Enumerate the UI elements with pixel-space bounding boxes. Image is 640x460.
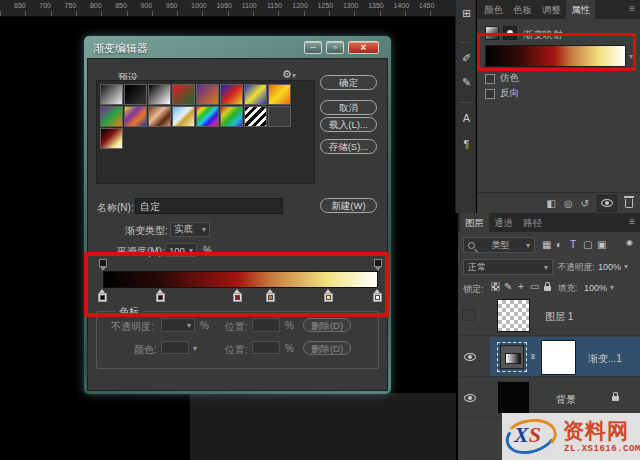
delete-color-stop-button[interactable]: 删除(D) <box>303 341 351 355</box>
chevron-down-icon[interactable]: ▾ <box>610 283 614 292</box>
stop-location-label: 位置: <box>225 320 248 334</box>
preset-swatch-spectrum[interactable] <box>196 106 219 127</box>
delete-opacity-stop-button[interactable]: 删除(D) <box>303 318 351 332</box>
filter-adjustment-icon[interactable]: ◐ <box>556 239 562 250</box>
layer-thumbnail[interactable] <box>497 299 530 332</box>
preset-swatch-chrome[interactable] <box>172 106 195 127</box>
preset-swatch-orange-yellow-orange[interactable] <box>268 84 291 105</box>
layer-thumbnail[interactable] <box>497 381 530 414</box>
filter-shape-icon[interactable]: ▢ <box>583 239 592 250</box>
layer-name[interactable]: 图层 1 <box>545 310 573 324</box>
preset-swatch-transparent-rainbow[interactable] <box>220 106 243 127</box>
preset-swatch-violet-orange[interactable] <box>196 84 219 105</box>
character-panel-icon[interactable]: A <box>456 112 477 124</box>
preset-swatch-noise-stripes[interactable] <box>244 106 267 127</box>
eye-icon[interactable] <box>464 353 476 361</box>
highlight-box-gradient-map-preview <box>477 33 636 71</box>
stop-opacity-label: 不透明度: <box>111 320 154 334</box>
stop-location-input[interactable] <box>252 318 280 332</box>
visibility-toggle[interactable] <box>597 195 617 212</box>
tab-color[interactable]: 颜色 <box>479 0 508 19</box>
reverse-checkbox[interactable] <box>485 89 495 99</box>
panel-menu-icon[interactable]: ≡ <box>629 3 635 14</box>
save-button[interactable]: 存储(S)... <box>320 139 377 154</box>
dither-checkbox[interactable] <box>485 74 495 84</box>
preset-swatch-violet-green-orange[interactable] <box>100 106 123 127</box>
new-button[interactable]: 新建(W) <box>320 198 377 213</box>
cancel-button[interactable]: 取消 <box>320 100 377 115</box>
layer-filter-kind[interactable]: 类型 ▾ <box>463 237 535 253</box>
layer-row-3-background[interactable]: 背景 <box>458 378 640 418</box>
lock-transparency-icon[interactable] <box>491 282 500 291</box>
close-button[interactable]: × <box>348 41 379 54</box>
tab-paths[interactable]: 路径 <box>518 213 547 232</box>
preset-swatch-fill <box>269 107 290 126</box>
filter-pin-icon[interactable]: ◉ <box>626 238 633 247</box>
tab-properties[interactable]: 属性 <box>566 0 595 19</box>
preset-swatch-red-green[interactable] <box>172 84 195 105</box>
percent-sign: % <box>285 320 294 331</box>
horizontal-ruler[interactable]: 6507007508008509009501000105011001150120… <box>0 0 456 17</box>
preset-swatch-yellow-violet-orange-blue[interactable] <box>124 106 147 127</box>
maximize-button[interactable]: ▫ <box>326 41 344 54</box>
paragraph-panel-icon[interactable]: ¶ <box>456 138 477 150</box>
preset-swatch-copper[interactable] <box>148 106 171 127</box>
opacity-value[interactable]: 100% <box>598 262 640 272</box>
brush-settings-panel-icon[interactable]: ✐ <box>456 52 477 65</box>
clip-to-layer-icon[interactable]: ◧ <box>546 198 555 209</box>
gradient-map-thumbnail[interactable] <box>500 345 524 369</box>
preset-swatch-foreground-to-transparent[interactable] <box>124 84 147 105</box>
tab-swatches[interactable]: 色板 <box>508 0 537 19</box>
lock-image-icon[interactable]: ✎ <box>504 281 512 292</box>
dialog-titlebar[interactable]: 渐变编辑器 – ▫ × <box>86 38 389 58</box>
gradient-type-value: 实底 <box>174 223 193 236</box>
photoshop-workspace: 6507007508008509009501000105011001150120… <box>0 0 640 460</box>
minimize-button[interactable]: – <box>304 41 322 54</box>
stop-color-swatch[interactable] <box>161 341 189 354</box>
tab-layers[interactable]: 图层 <box>460 213 489 232</box>
lock-position-icon[interactable]: + <box>518 281 524 292</box>
stop-opacity-input[interactable]: ▾ <box>161 318 195 332</box>
eye-icon <box>601 199 613 207</box>
stop-location-input[interactable] <box>252 341 280 354</box>
preset-swatch-black-red-yellow-white[interactable] <box>100 128 123 149</box>
chevron-down-icon[interactable]: ▾ <box>624 262 628 271</box>
brush-panel-icon[interactable]: ✎ <box>456 76 477 89</box>
layer-name[interactable]: 渐变...1 <box>588 352 622 366</box>
chevron-down-icon[interactable]: ▾ <box>193 344 197 353</box>
preset-swatch-blue-red-yellow[interactable] <box>220 84 243 105</box>
preset-swatch-fill <box>269 85 290 104</box>
delete-adjustment-icon[interactable] <box>625 199 633 208</box>
layer-name[interactable]: 背景 <box>556 393 576 407</box>
gradient-name-input[interactable]: 自定 <box>135 198 283 214</box>
preset-swatch-fill <box>221 85 242 104</box>
lock-artboard-icon[interactable]: ▭ <box>530 281 539 292</box>
preset-swatch-transparent-gray[interactable] <box>268 106 291 127</box>
gradient-editor-dialog[interactable]: 渐变编辑器 – ▫ × 预设 ⚙▾ 确定 取消 载入(L)... 存储(S)..… <box>84 36 391 394</box>
layer-row-2-selected[interactable]: 8 渐变...1 <box>458 337 640 377</box>
view-previous-state-icon[interactable]: ◎ <box>564 198 573 209</box>
filter-type-icon[interactable]: T <box>570 239 576 250</box>
ruler-tick-label: 700 <box>39 2 51 9</box>
layer-mask-thumbnail[interactable] <box>541 340 576 375</box>
load-button[interactable]: 载入(L)... <box>320 117 377 132</box>
blend-mode-select[interactable]: 正常 ▾ <box>463 259 553 275</box>
tab-channels[interactable]: 通道 <box>489 213 518 232</box>
preset-swatch-blue-yellow-blue[interactable] <box>244 84 267 105</box>
reset-icon[interactable]: ↺ <box>581 198 589 209</box>
tab-adjustments[interactable]: 调整 <box>537 0 566 19</box>
layer-row-1[interactable]: 图层 1 <box>458 296 640 336</box>
filter-image-icon[interactable]: ▦ <box>542 239 551 250</box>
eye-icon[interactable] <box>464 394 476 402</box>
preset-swatch-foreground-to-background[interactable] <box>100 84 123 105</box>
ruler-tick-label: 950 <box>166 2 178 9</box>
filter-smart-object-icon[interactable]: ▣ <box>597 239 606 250</box>
lock-all-icon[interactable] <box>544 286 551 291</box>
ok-button[interactable]: 确定 <box>320 75 377 90</box>
preset-swatch-black-white[interactable] <box>148 84 171 105</box>
panel-menu-icon[interactable]: ≡ <box>629 216 635 227</box>
mask-link-icon[interactable]: 8 <box>531 353 535 360</box>
gradient-type-select[interactable]: 实底 ▾ <box>170 222 210 237</box>
eye-well-empty[interactable] <box>462 309 475 321</box>
brush-presets-panel-icon[interactable]: ⊞ <box>456 7 477 20</box>
